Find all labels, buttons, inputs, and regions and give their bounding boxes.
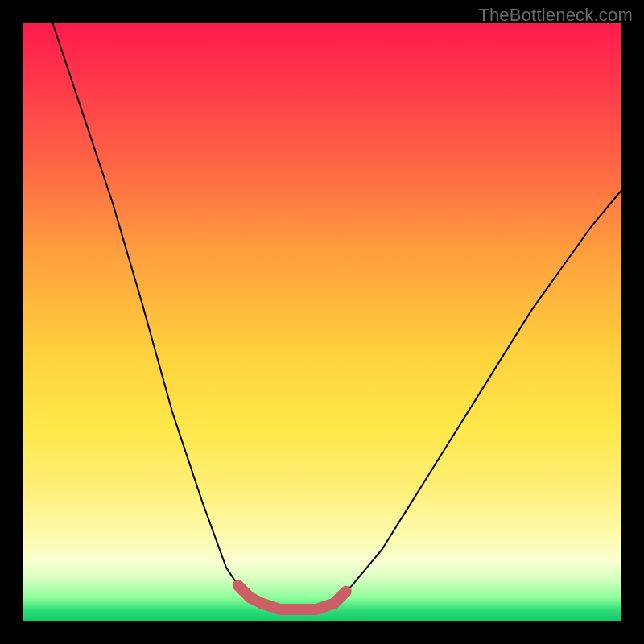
bottleneck-curve: [23, 23, 621, 621]
curve-highlight: [238, 585, 346, 609]
curve-right-branch: [262, 190, 621, 609]
curve-left-branch: [52, 23, 334, 609]
